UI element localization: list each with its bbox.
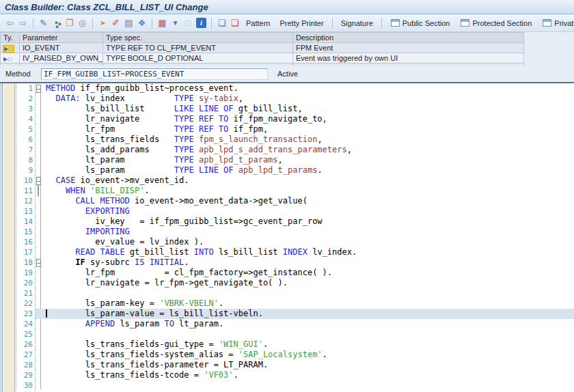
code-line[interactable]: 21	[16, 288, 574, 298]
code-text[interactable]: ls_bill_list LIKE LINE OF gt_bill_list,	[46, 104, 574, 114]
code-line[interactable]: 1−METHOD if_fpm_guibb_list~process_event…	[16, 83, 574, 94]
code-line[interactable]: 6 ls_trans_fields TYPE fpm_s_launch_tran…	[16, 135, 574, 145]
code-line[interactable]: 17 READ TABLE gt_bill_list INTO ls_bill_…	[16, 247, 574, 257]
change-pencil-icon[interactable]: ✐	[109, 16, 122, 29]
forward-icon[interactable]: ⇨	[16, 16, 29, 29]
column-header-parameter: Parameter	[20, 33, 103, 43]
code-line[interactable]: 12 CALL METHOD io_event->mo_event_data->…	[16, 196, 574, 206]
code-line[interactable]: 18− IF sy-subrc IS INITIAL.	[16, 257, 574, 268]
public-section-button-label: Public Section	[402, 19, 450, 27]
code-text[interactable]: METHOD if_fpm_guibb_list~process_event.	[46, 83, 574, 94]
line-number: 19	[16, 268, 36, 278]
code-line[interactable]: 22 ls_param-key = 'VBRK-VBELN'.	[16, 298, 574, 309]
code-text[interactable]: READ TABLE gt_bill_list INTO ls_bill_lis…	[46, 247, 574, 257]
line-number: 22	[16, 298, 36, 309]
printer-blue-icon[interactable]: ❏	[215, 16, 228, 29]
run-icon[interactable]: ➤	[96, 16, 109, 29]
code-line[interactable]: 8 lt_param TYPE apb_lpd_t_params,	[16, 155, 574, 165]
breakpoint-margin[interactable]	[3, 83, 15, 392]
copy-icon[interactable]: ❐	[63, 16, 76, 29]
code-text[interactable]: ev_value = lv_index ).	[46, 237, 574, 247]
code-line[interactable]: 14 iv_key = if_fpm_guibb_list=>gc_event_…	[16, 216, 574, 227]
code-editor[interactable]: 1−METHOD if_fpm_guibb_list~process_event…	[0, 83, 574, 392]
forward-navigation-icon[interactable]: ❖	[135, 16, 148, 29]
public-section-button[interactable]: Public Section	[385, 18, 456, 29]
code-line[interactable]: 4 lr_navigate TYPE REF TO if_fpm_navigat…	[16, 114, 574, 124]
inactive-version-icon[interactable]: □	[182, 16, 195, 29]
code-line[interactable]: 2 DATA: lv_index TYPE sy-tabix,	[16, 94, 574, 104]
printer-red-icon[interactable]: ❏	[228, 16, 241, 29]
collapse-icon[interactable]: −	[36, 85, 41, 93]
code-line[interactable]: 9 ls_param TYPE LINE OF apb_lpd_t_params…	[16, 165, 574, 176]
code-line[interactable]: 29 ls_trans_fields-tcode = 'VF03'.	[16, 370, 574, 380]
collapse-icon[interactable]: −	[36, 177, 41, 185]
code-text[interactable]: ls_trans_fields-tcode = 'VF03'.	[46, 370, 574, 380]
code-line[interactable]: 16 ev_value = lv_index ).	[16, 237, 574, 247]
code-line[interactable]: 23 ls_param-value = ls_bill_list-vbeln.	[16, 309, 574, 319]
code-line[interactable]: 28 ls_trans_fields-parameter = LT_PARAM.	[16, 360, 574, 370]
code-line[interactable]: 24 APPEND ls_param TO lt_param.	[16, 319, 574, 329]
code-text[interactable]: WHEN 'BILL_DISP'.	[46, 186, 574, 196]
code-text[interactable]: lr_fpm TYPE REF TO if_fpm,	[46, 124, 574, 135]
pattern-button[interactable]: Pattern	[241, 18, 275, 29]
protected-section-button[interactable]: Protected Section	[455, 18, 537, 29]
code-text[interactable]: CASE io_event->mv_event_id.	[46, 176, 574, 186]
table-row[interactable]: ▶□IV_RAISED_BY_OWN_UITYPE BOOLE_D OPTION…	[1, 53, 524, 64]
code-line[interactable]: 19 lr_fpm = cl_fpm_factory=>get_instance…	[16, 268, 574, 278]
collapse-icon[interactable]: −	[36, 259, 41, 267]
display-change-icon[interactable]: ✎	[37, 16, 50, 29]
code-text[interactable]: ls_trans_fields TYPE fpm_s_launch_transa…	[46, 135, 574, 145]
code-text[interactable]: DATA: lv_index TYPE sy-tabix,	[46, 94, 574, 104]
check-icon[interactable]: ●	[50, 16, 63, 29]
code-line[interactable]: 5 lr_fpm TYPE REF TO if_fpm,	[16, 124, 574, 135]
code-line[interactable]: 10− CASE io_event->mv_event_id.	[16, 176, 574, 186]
back-icon[interactable]: ⇦	[3, 16, 16, 29]
code-line[interactable]: 25	[16, 329, 574, 339]
code-line[interactable]: 15 IMPORTING	[16, 227, 574, 237]
fold-column: −	[36, 176, 46, 186]
code-text[interactable]: ls_param TYPE LINE OF apb_lpd_t_params.	[46, 165, 574, 176]
method-name-input[interactable]	[41, 68, 268, 80]
object-list-icon[interactable]: ▦	[156, 16, 169, 29]
code-text[interactable]: ls_param-key = 'VBRK-VBELN'.	[46, 298, 574, 309]
code-text[interactable]: iv_key = if_fpm_guibb_list=>gc_event_par…	[46, 216, 574, 227]
sort-hierarchy-icon[interactable]: ▼	[169, 16, 182, 29]
private-section-button[interactable]: Private Section	[537, 18, 574, 29]
table-row[interactable]: ▶□IO_EVENTTYPE REF TO CL_FPM_EVENTFPM Ev…	[1, 43, 524, 53]
toolbar-separator	[92, 18, 93, 29]
signature-button[interactable]: Signature	[336, 18, 378, 29]
code-text[interactable]: ls_param-value = ls_bill_list-vbeln.	[46, 309, 574, 319]
code-text[interactable]: lr_navigate TYPE REF TO if_fpm_navigate_…	[46, 114, 574, 124]
code-text[interactable]: ls_trans_fields-system_alias = 'SAP_Loca…	[46, 350, 574, 360]
code-line[interactable]: 11 WHEN 'BILL_DISP'.	[16, 186, 574, 196]
code-line[interactable]: 20 lr_navigate = lr_fpm->get_navigate_to…	[16, 278, 574, 288]
code-text[interactable]: CALL METHOD io_event->mo_event_data->get…	[46, 196, 574, 206]
code-text[interactable]: ls_trans_fields-gui_type = 'WIN_GUI'.	[46, 339, 574, 350]
code-line[interactable]: 13 EXPORTING	[16, 206, 574, 216]
code-text[interactable]	[46, 329, 574, 339]
code-text[interactable]: IMPORTING	[46, 227, 574, 237]
code-text[interactable]: ls_add_params TYPE apb_lpd_s_add_trans_p…	[46, 145, 574, 155]
code-text[interactable]	[46, 380, 574, 391]
line-number: 14	[16, 216, 36, 227]
code-text[interactable]: EXPORTING	[46, 206, 574, 216]
fold-diamond-icon	[38, 185, 39, 196]
code-text[interactable]: IF sy-subrc IS INITIAL.	[46, 257, 574, 268]
code-text[interactable]: lr_fpm = cl_fpm_factory=>get_instance( )…	[46, 268, 574, 278]
code-line[interactable]: 30	[16, 380, 574, 391]
code-text[interactable]: APPEND ls_param TO lt_param.	[46, 319, 574, 329]
where-used-icon[interactable]: ◎	[76, 16, 89, 29]
code-line[interactable]: 27 ls_trans_fields-system_alias = 'SAP_L…	[16, 350, 574, 360]
fold-column	[36, 124, 46, 135]
toolbar-separator	[211, 18, 212, 29]
navigation-screen-icon[interactable]: ▤	[122, 16, 135, 29]
info-icon[interactable]: i	[196, 18, 206, 28]
code-text[interactable]: lt_param TYPE apb_lpd_t_params,	[46, 155, 574, 165]
code-text[interactable]	[46, 288, 574, 298]
code-text[interactable]: lr_navigate = lr_fpm->get_navigate_to( )…	[46, 278, 574, 288]
code-line[interactable]: 26 ls_trans_fields-gui_type = 'WIN_GUI'.	[16, 339, 574, 350]
code-line[interactable]: 7 ls_add_params TYPE apb_lpd_s_add_trans…	[16, 145, 574, 155]
code-line[interactable]: 3 ls_bill_list LIKE LINE OF gt_bill_list…	[16, 104, 574, 114]
code-text[interactable]: ls_trans_fields-parameter = LT_PARAM.	[46, 360, 574, 370]
pretty-printer-button[interactable]: Pretty Printer	[275, 18, 328, 29]
